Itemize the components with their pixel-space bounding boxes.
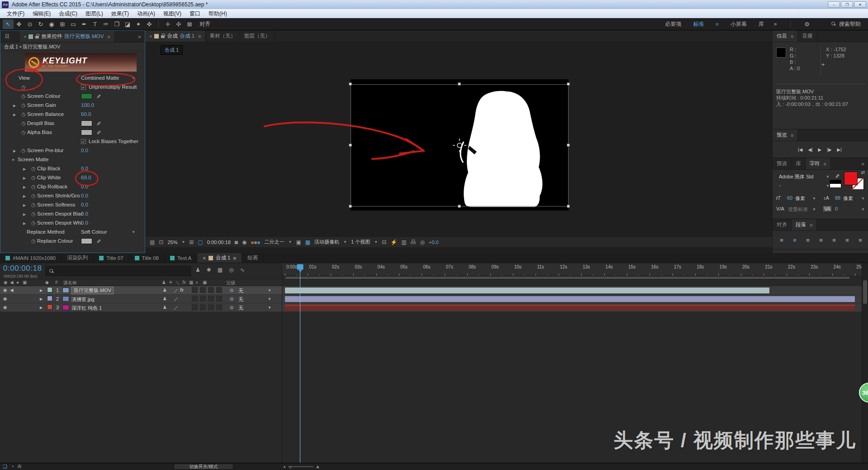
tab-字符[interactable]: 字符≡: [806, 158, 831, 169]
layer-row-2[interactable]: ◉▶2演播室.jpg♟／◎无▼: [0, 295, 282, 303]
prev-frame-button[interactable]: ◀|: [808, 147, 812, 152]
layer-name[interactable]: 演播室.jpg: [71, 296, 95, 303]
pixel-aspect-icon[interactable]: ⊟: [382, 239, 386, 245]
stroke-color-swatch[interactable]: [830, 180, 841, 188]
param-value[interactable]: 0.0: [81, 193, 88, 198]
menu-图层L[interactable]: 图层(L): [81, 10, 107, 18]
chevron-down-icon[interactable]: ▼: [132, 230, 135, 234]
param-value[interactable]: 0.0: [81, 220, 88, 225]
panel-menu-icon[interactable]: ≡: [107, 34, 110, 39]
justify-last-left-button[interactable]: ≡: [816, 237, 825, 244]
param-value[interactable]: 0.0: [81, 148, 88, 153]
timeline-tab-Title 08[interactable]: Title 08: [129, 253, 165, 263]
fill-color-swatch[interactable]: [844, 172, 858, 185]
stopwatch-icon[interactable]: ◷: [31, 220, 36, 226]
pan-behind-tool[interactable]: ⊞: [57, 19, 68, 29]
selection-tool[interactable]: ↖: [3, 19, 14, 29]
tab-预设[interactable]: 预设: [773, 158, 792, 169]
play-button[interactable]: ▶: [818, 147, 822, 152]
stopwatch-icon[interactable]: ◷: [21, 129, 26, 135]
fx-switch-icon[interactable]: fx: [180, 288, 184, 293]
lock-icon[interactable]: [35, 36, 39, 38]
param-value[interactable]: 0.0: [81, 202, 88, 207]
align-center-button[interactable]: ≡: [790, 237, 799, 244]
draft-3d-icon[interactable]: ✱: [207, 267, 211, 273]
primary-viewer-icon[interactable]: ⊡: [159, 239, 163, 245]
param-color-swatch[interactable]: [81, 120, 92, 126]
fast-previews-icon[interactable]: ⚡: [390, 239, 397, 245]
switch-cell[interactable]: [208, 304, 214, 310]
menu-帮助H[interactable]: 帮助(H): [204, 10, 231, 18]
chevron-down-icon[interactable]: ▼: [268, 297, 271, 301]
layer-duration-bar-1[interactable]: [285, 288, 769, 293]
switch-cell[interactable]: [192, 296, 198, 302]
menu-动画A[interactable]: 动画(A): [133, 10, 159, 18]
key-mini-icon[interactable]: ✇: [18, 464, 22, 470]
search-help[interactable]: 搜索帮助: [831, 20, 861, 28]
stopwatch-icon[interactable]: ◷: [31, 211, 36, 217]
adjustment-mini-icon[interactable]: ◔: [11, 464, 14, 470]
close-icon[interactable]: ×: [149, 34, 152, 39]
switch-cell[interactable]: [208, 296, 214, 302]
switch-cell[interactable]: [200, 304, 206, 310]
camera-tool[interactable]: ◉: [46, 19, 57, 29]
switch-cell[interactable]: [192, 304, 198, 310]
eye-icon[interactable]: ◉: [3, 305, 7, 310]
twirl-right-icon[interactable]: ▶: [23, 185, 26, 189]
timeline-search-input[interactable]: [45, 266, 191, 276]
panel-menu-icon[interactable]: ≡: [810, 222, 812, 228]
workspace-gear-icon[interactable]: ⚙: [804, 21, 810, 28]
tab-库[interactable]: 库: [792, 158, 806, 169]
tab-段落[interactable]: 段落≡: [792, 219, 817, 230]
parent-select[interactable]: 无: [238, 288, 243, 294]
chevron-down-icon[interactable]: ▼: [374, 240, 378, 244]
frame-blend-icon[interactable]: ▦: [218, 267, 223, 273]
chevron-down-icon[interactable]: ▼: [861, 207, 865, 211]
exposure-reset-icon[interactable]: ◎: [420, 239, 425, 245]
panel-menu-icon[interactable]: ≡: [198, 34, 201, 39]
workspace-标准[interactable]: 标准: [693, 20, 704, 28]
camera-select[interactable]: 活动摄像机: [314, 239, 339, 245]
stopwatch-icon[interactable]: ◷: [21, 120, 26, 126]
selection-handle[interactable]: [567, 205, 570, 208]
workspace-库[interactable]: 库: [759, 20, 764, 28]
leading-value[interactable]: 88: [835, 195, 840, 201]
tab-信息[interactable]: 信息≡: [773, 30, 798, 42]
chevron-down-icon[interactable]: ▼: [268, 306, 271, 310]
stopwatch-icon[interactable]: ◷: [31, 238, 36, 244]
region-of-interest-icon[interactable]: ▣: [296, 239, 301, 245]
selection-handle[interactable]: [349, 205, 352, 208]
effect-controls-tab[interactable]: × 效果控件 医疗完整版.MOV ≡: [19, 31, 115, 42]
view-layout-select[interactable]: 1 个视图: [351, 239, 370, 245]
twirl-down-icon[interactable]: ▼: [11, 158, 15, 162]
zoom-slider-thumb[interactable]: ⌂: [289, 464, 292, 469]
chevron-down-icon[interactable]: ▼: [132, 76, 135, 80]
toggle-switches-modes-button[interactable]: 切换开关/模式: [174, 464, 233, 470]
parent-select[interactable]: 无: [238, 296, 243, 303]
swap-fill-stroke-icon[interactable]: ⇄: [861, 170, 865, 175]
clone-stamp-tool[interactable]: ❐: [111, 19, 122, 29]
quality-switch-icon[interactable]: ／: [174, 288, 178, 294]
stopwatch-icon[interactable]: ◷: [31, 166, 36, 172]
menu-编辑E[interactable]: 编辑(E): [28, 10, 55, 18]
panel-menu-icon[interactable]: ≡: [824, 161, 826, 167]
first-frame-button[interactable]: |◀: [798, 147, 802, 152]
workspace-menu-icon[interactable]: ≡: [716, 21, 718, 27]
timeline-scrollbar[interactable]: [862, 263, 868, 463]
quality-switch-icon[interactable]: ／: [174, 296, 178, 302]
mask-roi-icon[interactable]: ▢: [198, 239, 203, 245]
panel-menu-icon[interactable]: ≡: [233, 255, 237, 261]
workspace-小屏幕[interactable]: 小屏幕: [730, 20, 747, 28]
close-icon[interactable]: ×: [203, 255, 206, 261]
playhead-marker[interactable]: [297, 264, 304, 270]
close-icon[interactable]: ×: [24, 34, 26, 39]
shape-tool[interactable]: ▭: [68, 19, 79, 29]
parent-whip-icon[interactable]: ◎: [230, 296, 234, 301]
next-frame-button[interactable]: |▶: [827, 147, 831, 152]
selection-handle[interactable]: [458, 205, 461, 208]
font-style-select[interactable]: -: [779, 182, 781, 190]
twirl-right-icon[interactable]: ▶: [40, 297, 43, 301]
param-color-swatch[interactable]: [81, 129, 92, 135]
hand-tool[interactable]: ✥: [14, 19, 24, 29]
eyedropper-icon[interactable]: ✐: [96, 238, 101, 244]
